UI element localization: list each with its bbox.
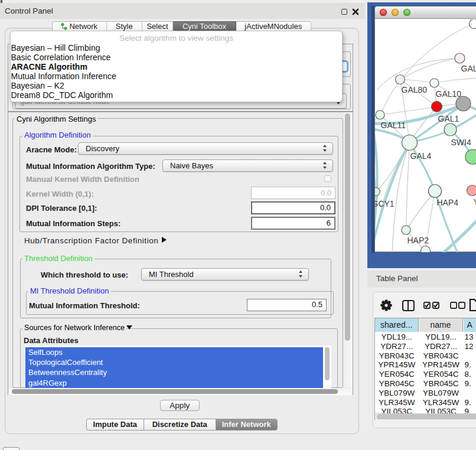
svg-text:SWI4: SWI4: [451, 137, 471, 146]
svg-text:GAL10: GAL10: [435, 89, 461, 98]
svg-text:GAL1: GAL1: [438, 113, 459, 123]
svg-text:GCY1: GCY1: [375, 198, 395, 208]
svg-text:HAP4: HAP4: [436, 197, 458, 207]
svg-text:GAL11: GAL11: [380, 120, 406, 129]
svg-text:Y: Y: [473, 197, 476, 206]
svg-text:GAL80: GAL80: [401, 84, 427, 94]
svg-text:GAL2: GAL2: [461, 63, 476, 73]
svg-text:HAP2: HAP2: [407, 235, 429, 244]
svg-text:GAL4: GAL4: [410, 151, 431, 160]
